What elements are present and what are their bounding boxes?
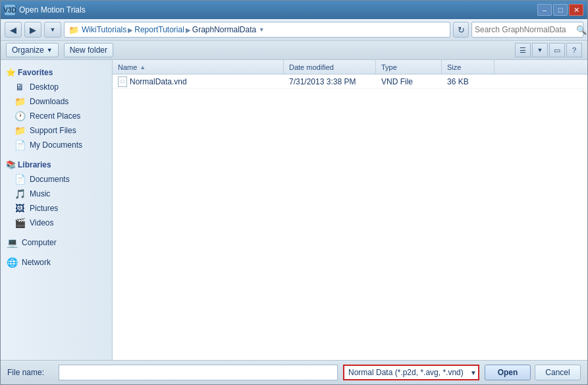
refresh-button[interactable]: ↻ [453, 22, 469, 38]
filetype-wrapper: Normal Data (*.p2d, *.avg, *.vnd)All Fil… [343, 365, 479, 380]
sidebar-item-label: Documents [30, 175, 70, 184]
search-input[interactable] [475, 25, 574, 34]
minimize-button[interactable]: – [537, 4, 552, 16]
sidebar-item-label: Desktop [30, 82, 59, 92]
col-header-type[interactable]: Type [376, 60, 442, 74]
sidebar-item-label: Pictures [30, 204, 58, 213]
col-header-date[interactable]: Date modified [284, 60, 376, 74]
view-dropdown-button[interactable]: ▼ [532, 43, 548, 57]
breadcrumb-reporttutorial[interactable]: ReportTutorial [134, 25, 184, 34]
main-content: ⭐ Favorites 🖥 Desktop 📁 Downloads 🕐 Rece… [1, 60, 587, 360]
libraries-icon: 📚 [6, 160, 15, 169]
sidebar-item-label: Videos [30, 218, 53, 227]
sort-arrow-icon: ▲ [140, 64, 146, 71]
actions-bar: Organize ▼ New folder ☰ ▼ ▭ ? [1, 41, 587, 60]
filename-label: File name: [7, 368, 53, 377]
music-icon: 🎵 [14, 189, 26, 199]
forward-button[interactable]: ▶ [24, 22, 41, 38]
sidebar-item-label: My Documents [30, 140, 82, 150]
view-options: ☰ ▼ ▭ ? [515, 43, 582, 57]
file-date-cell: 7/31/2013 3:38 PM [284, 76, 376, 88]
organize-button[interactable]: Organize ▼ [6, 43, 59, 57]
file-type-cell: VND File [376, 76, 442, 88]
recent-icon: 🕐 [14, 111, 26, 121]
search-icon[interactable]: 🔍 [576, 25, 587, 35]
sidebar-item-support-files[interactable]: 📁 Support Files [1, 123, 112, 138]
downloads-icon: 📁 [14, 96, 26, 107]
file-area: Name ▲ Date modified Type Size □ [113, 60, 587, 360]
support-files-icon: 📁 [14, 125, 26, 136]
breadcrumb-sep-2: ▶ [186, 26, 191, 34]
my-documents-icon: 📄 [14, 140, 26, 150]
new-folder-button[interactable]: New folder [64, 43, 113, 57]
file-list-header: Name ▲ Date modified Type Size [113, 60, 587, 74]
back-button[interactable]: ◀ [5, 22, 22, 38]
search-box: 🔍 [471, 22, 583, 38]
filetype-select[interactable]: Normal Data (*.p2d, *.avg, *.vnd)All Fil… [343, 365, 479, 380]
maximize-button[interactable]: □ [553, 4, 568, 16]
sidebar-item-label: Downloads [30, 97, 68, 106]
sidebar-item-label: Support Files [30, 126, 76, 135]
libraries-header[interactable]: 📚 Libraries [1, 158, 112, 172]
col-header-name[interactable]: Name ▲ [113, 60, 284, 74]
file-size-cell: 36 KB [442, 76, 494, 88]
table-row[interactable]: □ NormalData.vnd 7/31/2013 3:38 PM VND F… [113, 74, 587, 89]
breadcrumb-current: GraphNormalData [192, 25, 256, 34]
address-toolbar: ◀ ▶ ▼ 📁 WikiTutorials ▶ ReportTutorial ▶… [1, 19, 587, 41]
favorites-label: Favorites [18, 68, 53, 77]
desktop-icon: 🖥 [14, 82, 26, 92]
breadcrumb-wikitutorials[interactable]: WikiTutorials [82, 25, 126, 34]
file-icon: □ [118, 76, 127, 87]
network-icon: 🌐 [6, 257, 18, 268]
sidebar-divider-3 [1, 250, 112, 255]
computer-icon: 💻 [6, 237, 18, 248]
sidebar-item-videos[interactable]: 🎬 Videos [1, 216, 112, 230]
sidebar-item-my-documents[interactable]: 📄 My Documents [1, 138, 112, 152]
title-bar-buttons: – □ ✕ [537, 4, 583, 16]
sidebar-item-recent-places[interactable]: 🕐 Recent Places [1, 109, 112, 123]
cancel-button[interactable]: Cancel [535, 365, 581, 380]
sidebar-item-label: Computer [22, 238, 57, 247]
close-button[interactable]: ✕ [569, 4, 583, 16]
favorites-header[interactable]: ⭐ Favorites [1, 65, 112, 80]
favorites-star-icon: ⭐ [6, 68, 15, 77]
sidebar-item-label: Music [30, 189, 50, 198]
sidebar-item-computer[interactable]: 💻 Computer [1, 235, 112, 250]
help-icon: ? [572, 46, 576, 54]
videos-icon: 🎬 [14, 218, 26, 228]
preview-pane-button[interactable]: ▭ [549, 43, 565, 57]
bottom-bar: File name: Normal Data (*.p2d, *.avg, *.… [1, 360, 587, 384]
sidebar-item-label: Network [22, 258, 51, 267]
sidebar-item-pictures[interactable]: 🖼 Pictures [1, 201, 112, 216]
dropdown-arrow-button[interactable]: ▼ [44, 22, 61, 38]
view-list-button[interactable]: ☰ [515, 43, 531, 57]
breadcrumb-bar: 📁 WikiTutorials ▶ ReportTutorial ▶ Graph… [64, 22, 450, 38]
sidebar-item-desktop[interactable]: 🖥 Desktop [1, 80, 112, 94]
sidebar-item-documents[interactable]: 📄 Documents [1, 172, 112, 187]
pane-icon: ▭ [554, 46, 560, 55]
main-window: V3D Open Motion Trials – □ ✕ ◀ ▶ ▼ 📁 Wik… [0, 0, 588, 385]
sidebar-item-downloads[interactable]: 📁 Downloads [1, 94, 112, 109]
sidebar-divider-1 [1, 152, 112, 158]
app-icon: V3D [5, 5, 15, 15]
sidebar-divider-2 [1, 230, 112, 235]
libraries-label: Libraries [18, 160, 51, 169]
filename-input[interactable] [59, 365, 338, 380]
open-button[interactable]: Open [485, 365, 531, 380]
col-header-size[interactable]: Size [442, 60, 494, 74]
window-title: Open Motion Trials [19, 5, 537, 15]
breadcrumb-sep-1: ▶ [128, 26, 133, 34]
file-list-body: □ NormalData.vnd 7/31/2013 3:38 PM VND F… [113, 74, 587, 360]
title-bar: V3D Open Motion Trials – □ ✕ [1, 1, 587, 19]
list-view-icon: ☰ [520, 46, 526, 55]
help-button[interactable]: ? [566, 43, 582, 57]
sidebar-item-music[interactable]: 🎵 Music [1, 187, 112, 201]
breadcrumb-dropdown-icon[interactable]: ▼ [256, 22, 267, 38]
sidebar-item-label: Recent Places [30, 111, 80, 121]
file-name-cell: □ NormalData.vnd [113, 75, 284, 88]
sidebar: ⭐ Favorites 🖥 Desktop 📁 Downloads 🕐 Rece… [1, 60, 113, 360]
sidebar-item-network[interactable]: 🌐 Network [1, 255, 112, 270]
pictures-icon: 🖼 [14, 203, 26, 214]
documents-icon: 📄 [14, 174, 26, 185]
bottom-buttons: Open Cancel [485, 365, 581, 380]
